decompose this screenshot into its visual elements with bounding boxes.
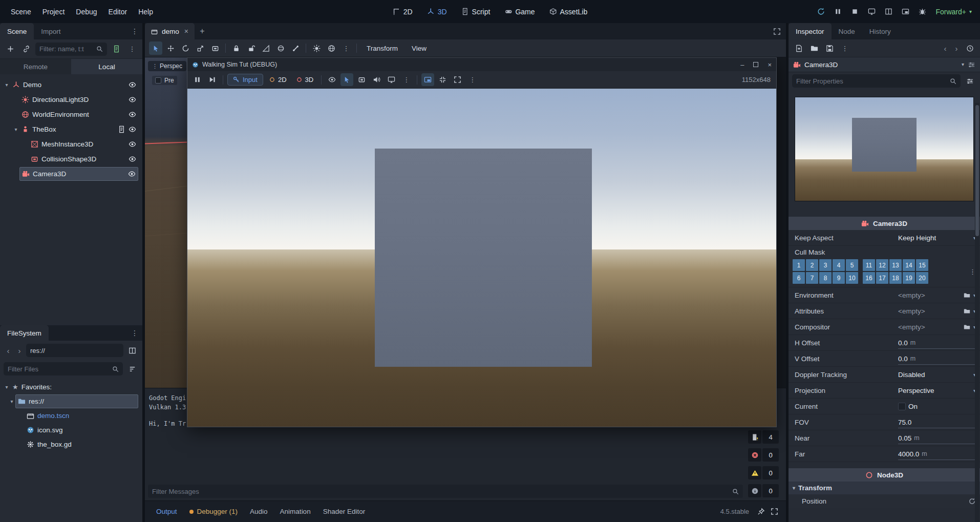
far-spinner[interactable]: 4000.0 m — [898, 450, 976, 458]
collapse-arrow-icon[interactable]: ▾ — [3, 384, 10, 390]
attach-script-icon[interactable] — [110, 43, 123, 56]
game-window-titlebar[interactable]: Walking Sim Tut (DEBUG) – × — [187, 58, 776, 71]
cull-layer-cell[interactable]: 8 — [819, 272, 832, 284]
favorites-row[interactable]: ▾ ★ Favorites: — [0, 380, 142, 394]
sun-env-options-icon[interactable]: ⋮ — [339, 41, 353, 55]
minimize-window-icon[interactable]: – — [740, 61, 744, 69]
scene-filter-input[interactable] — [39, 45, 93, 53]
history-forward-icon[interactable]: › — [15, 344, 24, 357]
folder-icon[interactable] — [964, 324, 970, 330]
cull-layer-cell[interactable]: 5 — [846, 259, 858, 271]
lock-node-button[interactable] — [229, 41, 243, 55]
attributes-resource-picker[interactable]: <empty> ▾ — [898, 307, 976, 315]
embed-game-button[interactable] — [421, 73, 434, 86]
menu-editor[interactable]: Editor — [103, 5, 133, 19]
camera-preview-checkbox[interactable]: Pre — [152, 76, 177, 85]
cull-layer-cell[interactable]: 17 — [876, 272, 888, 284]
current-checkbox[interactable]: On — [898, 403, 976, 410]
file-row-res-root[interactable]: ▾ res:// — [0, 394, 142, 408]
cull-layer-cell[interactable]: 10 — [846, 272, 858, 284]
select-tool-button[interactable] — [149, 41, 162, 55]
select-mode-button[interactable] — [340, 73, 353, 86]
game-window[interactable]: Walking Sim Tut (DEBUG) – × — [187, 57, 777, 427]
save-resource-button[interactable] — [823, 41, 836, 55]
history-back-icon[interactable]: ‹ — [4, 344, 13, 357]
visibility-eye-icon[interactable] — [129, 81, 136, 89]
new-scene-tab-button[interactable]: + — [195, 23, 210, 39]
ruler-tool-button[interactable] — [259, 41, 272, 55]
maximize-window-icon[interactable] — [753, 62, 758, 67]
section-camera3d[interactable]: Camera3D — [789, 217, 980, 230]
keep-aspect-dropdown[interactable]: Keep Height ▾ — [898, 234, 976, 242]
distraction-free-icon[interactable] — [768, 23, 786, 39]
info-badge[interactable]: 0 — [748, 484, 779, 497]
input-mode-button[interactable]: Input — [227, 74, 263, 86]
collapse-arrow-icon[interactable]: ▾ — [3, 82, 10, 88]
pin-panel-icon[interactable] — [754, 505, 768, 518]
menu-help[interactable]: Help — [133, 5, 159, 19]
projection-dropdown[interactable]: Perspective ▾ — [898, 387, 976, 394]
file-filter-input[interactable] — [8, 365, 109, 373]
tree-row-demo[interactable]: ▾ Demo — [0, 77, 142, 92]
environment-resource-picker[interactable]: <empty> ▾ — [898, 291, 976, 299]
error-badge[interactable]: 0 — [748, 448, 779, 462]
cull-layer-cell[interactable]: 19 — [903, 272, 915, 284]
tab-scene[interactable]: Scene — [0, 23, 34, 39]
preview-sun-button[interactable] — [310, 41, 323, 55]
workspace-script-button[interactable]: Script — [456, 5, 496, 18]
edited-object-row[interactable]: Camera3D ▾ — [789, 57, 980, 72]
tab-filesystem[interactable]: FileSystem — [0, 325, 49, 341]
file-row-demo-tscn[interactable]: demo.tscn — [0, 408, 142, 423]
tab-debugger[interactable]: Debugger (1) — [183, 501, 244, 522]
fov-spinner[interactable]: 75.0 — [898, 419, 976, 426]
workspace-game-button[interactable]: Game — [499, 5, 540, 18]
scene-tab-demo[interactable]: demo × — [145, 23, 195, 39]
move-tool-button[interactable] — [164, 41, 177, 55]
perspective-menu[interactable]: ⋮ Perspec — [148, 61, 186, 71]
tab-inspector[interactable]: Inspector — [789, 23, 832, 39]
warning-badge[interactable]: 0 — [748, 466, 779, 479]
more-options-icon[interactable]: ⋮ — [400, 73, 413, 86]
cull-layer-cell[interactable]: 15 — [916, 259, 928, 271]
pause-project-button[interactable] — [831, 5, 844, 18]
visibility-eye-icon[interactable] — [129, 111, 136, 118]
tab-import[interactable]: Import — [34, 23, 68, 39]
v-offset-spinner[interactable]: 0.0 m — [898, 355, 976, 363]
history-back-icon[interactable]: ‹ — [941, 42, 950, 54]
inspector-options-icon[interactable] — [963, 74, 976, 88]
inspector-scrollbar-thumb[interactable] — [975, 105, 979, 236]
tab-node[interactable]: Node — [832, 23, 862, 39]
visibility-eye-icon[interactable] — [128, 170, 136, 178]
folder-icon[interactable] — [964, 308, 970, 315]
menu-scene[interactable]: Scene — [5, 5, 37, 19]
near-spinner[interactable]: 0.05 m — [898, 434, 976, 442]
snap-toggle-button[interactable] — [274, 41, 287, 55]
camera-override-2d-button[interactable]: 2D — [265, 74, 290, 85]
editor-3d-viewport[interactable]: ⋮ Perspec Pre — [145, 57, 187, 388]
unlock-node-button[interactable] — [244, 41, 258, 55]
visibility-eye-icon[interactable] — [129, 155, 136, 163]
tree-row-meshinstance3d[interactable]: MeshInstance3D — [0, 137, 142, 152]
tab-shader-editor[interactable]: Shader Editor — [317, 501, 372, 522]
dock-options-icon[interactable]: ⋮ — [127, 23, 142, 39]
visibility-eye-icon[interactable] — [129, 126, 136, 133]
visibility-eye-icon[interactable] — [326, 73, 338, 86]
load-resource-button[interactable] — [807, 41, 821, 55]
transform-menu[interactable]: Transform — [360, 43, 404, 54]
cull-layer-cell[interactable]: 9 — [833, 272, 845, 284]
window-options-icon[interactable]: ⋮ — [466, 73, 479, 86]
cull-layer-cell[interactable]: 13 — [889, 259, 902, 271]
fullscreen-button[interactable] — [451, 73, 464, 86]
new-resource-button[interactable] — [792, 41, 805, 55]
menu-debug[interactable]: Debug — [70, 5, 102, 19]
toggle-split-mode-icon[interactable] — [125, 344, 139, 357]
cull-layer-cell[interactable]: 4 — [833, 259, 845, 271]
collapse-arrow-icon[interactable]: ▾ — [8, 399, 15, 404]
history-forward-icon[interactable]: › — [952, 42, 961, 54]
game-viewport[interactable] — [187, 89, 776, 427]
cull-layer-cell[interactable]: 14 — [903, 259, 915, 271]
tree-row-collisionshape3d[interactable]: CollisionShape3D — [0, 152, 142, 166]
stop-project-button[interactable] — [848, 5, 861, 18]
cull-layer-cell[interactable]: 2 — [806, 259, 818, 271]
debug-options-icon[interactable] — [385, 73, 398, 86]
